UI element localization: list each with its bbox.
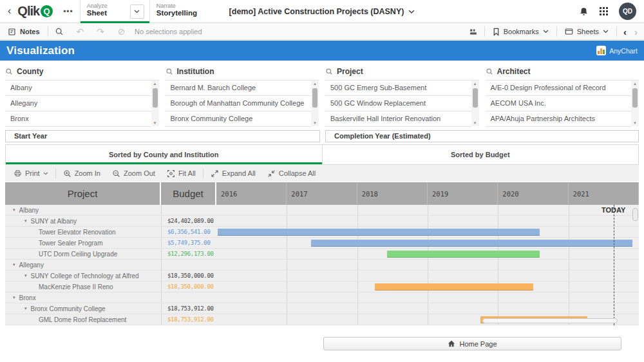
list-item[interactable]: Bronx Community College: [166, 111, 312, 127]
gantt-row[interactable]: Tower Elevator Renovation$6,356,541.00: [5, 227, 216, 238]
gantt-horizontal-scrollbar-thumb[interactable]: [482, 318, 618, 323]
collapse-all-button[interactable]: Collapse All: [261, 165, 321, 182]
qlik-logo[interactable]: Qlik Q: [17, 4, 53, 19]
listbox-scrollbar[interactable]: ▲▼: [631, 81, 639, 126]
collapse-triangle-icon[interactable]: ▾: [13, 207, 15, 213]
nav-tab-narrate-storytelling[interactable]: Narrate Storytelling: [149, 0, 219, 23]
scroll-up-icon[interactable]: ▲: [631, 82, 639, 86]
start-year-field[interactable]: Start Year: [5, 130, 320, 142]
timeline-row[interactable]: [216, 303, 639, 314]
listbox-scrollbar[interactable]: ▲▼: [471, 81, 479, 126]
list-item[interactable]: Albany: [5, 81, 151, 96]
year-header-2017[interactable]: 2017: [287, 182, 357, 205]
list-item[interactable]: Bronx: [5, 111, 151, 127]
column-header-project[interactable]: Project: [5, 182, 161, 205]
year-header-2016[interactable]: 2016: [216, 182, 287, 205]
gantt-bar[interactable]: [375, 283, 533, 291]
scroll-down-icon[interactable]: ▼: [311, 121, 319, 125]
filter-header-project[interactable]: Project: [325, 63, 479, 80]
year-header-2019[interactable]: 2019: [428, 182, 498, 205]
list-item[interactable]: 500 GC Emerg Sub-Basement: [325, 81, 471, 96]
list-item[interactable]: 500 GC Window Replacement: [325, 96, 471, 111]
gantt-row[interactable]: UTC Dorm Ceiling Upgrade$12,296,173.00: [5, 249, 216, 260]
scroll-down-icon[interactable]: ▼: [631, 121, 639, 125]
gantt-row[interactable]: ▾Bronx Community College$18,753,912.00: [5, 303, 216, 314]
completion-year-field[interactable]: Completion Year (Estimated): [325, 130, 639, 142]
previous-sheet-chevron[interactable]: ‹: [617, 26, 633, 37]
next-sheet-chevron[interactable]: ›: [633, 26, 644, 37]
clear-selections-icon[interactable]: [111, 28, 132, 36]
list-item[interactable]: Borough of Manhattan Community College: [166, 96, 312, 111]
gantt-row[interactable]: ▾Albany: [5, 205, 216, 216]
scrollbar-thumb[interactable]: [312, 88, 317, 108]
fit-all-button[interactable]: Fit All: [161, 165, 202, 182]
notifications-bell-icon[interactable]: [579, 6, 589, 17]
listbox-scrollbar[interactable]: ▲▼: [151, 81, 159, 126]
collapse-triangle-icon[interactable]: ▾: [13, 295, 15, 300]
gantt-row[interactable]: ▾Bronx: [5, 292, 216, 303]
list-item[interactable]: Bernard M. Baruch College: [166, 81, 312, 96]
year-header-2018[interactable]: 2018: [357, 182, 428, 205]
column-header-budget[interactable]: Budget: [161, 182, 216, 205]
timeline-row[interactable]: [216, 271, 639, 281]
home-page-button[interactable]: Home Page: [323, 337, 621, 350]
redo-selection-icon[interactable]: ↷: [90, 26, 111, 37]
bookmarks-button[interactable]: Bookmarks: [485, 28, 556, 36]
scroll-up-icon[interactable]: ▲: [151, 82, 159, 86]
filter-header-institution[interactable]: Institution: [166, 63, 319, 80]
gantt-row[interactable]: ▾SUNY at Albany$24,402,089.00: [5, 216, 216, 227]
notes-button[interactable]: Notes: [0, 24, 48, 39]
tab-sorted-by-budget[interactable]: Sorted by Budget: [323, 145, 639, 164]
sheet-dropdown-button[interactable]: [130, 5, 144, 19]
timeline-row[interactable]: [216, 205, 639, 216]
list-item[interactable]: AECOM USA Inc.: [486, 96, 632, 111]
sheets-button[interactable]: Sheets: [557, 28, 616, 35]
back-chevron-icon[interactable]: ‹: [8, 5, 16, 18]
scrollbar-thumb[interactable]: [473, 88, 478, 108]
timeline-row[interactable]: [216, 249, 639, 260]
smart-search-icon[interactable]: [48, 27, 70, 36]
app-title-chevron-down-icon[interactable]: [408, 10, 415, 14]
list-item[interactable]: Baskerville Hall Interior Renovation: [325, 111, 471, 127]
timeline-row[interactable]: [216, 227, 639, 238]
gantt-bar[interactable]: [311, 240, 633, 247]
nav-tab-analyze-sheet[interactable]: Analyze Sheet: [80, 0, 149, 23]
more-menu-icon[interactable]: •••: [57, 7, 80, 16]
timeline-row[interactable]: [216, 260, 639, 271]
print-button[interactable]: Print: [8, 165, 54, 182]
app-launcher-grid-icon[interactable]: [599, 6, 609, 16]
zoom-out-button[interactable]: Zoom Out: [106, 165, 161, 182]
scroll-up-icon[interactable]: ▲: [471, 82, 479, 86]
gantt-bar[interactable]: [218, 229, 540, 236]
scrollbar-thumb[interactable]: [153, 88, 158, 108]
timeline-row[interactable]: [216, 238, 639, 249]
tab-sorted-by-county[interactable]: Sorted by County and Institution: [6, 145, 323, 164]
filter-header-architect[interactable]: Architect: [486, 63, 639, 80]
gantt-row[interactable]: Tower Sealer Program$5,749,375.00: [5, 238, 216, 249]
timeline-row[interactable]: [216, 292, 639, 303]
timeline-row[interactable]: [216, 281, 639, 292]
timeline-row[interactable]: [216, 216, 639, 227]
gantt-row[interactable]: MacKenzie Phase II Reno$18,350,000.00: [5, 281, 216, 292]
list-item[interactable]: A/E-0 Design Professional of Record: [486, 81, 632, 96]
listbox-scrollbar[interactable]: ▲▼: [311, 81, 319, 126]
collapse-triangle-icon[interactable]: ▾: [13, 262, 15, 267]
gantt-row[interactable]: ▾SUNY College of Technology at Alfred$18…: [5, 271, 216, 281]
zoom-in-button[interactable]: Zoom In: [57, 165, 106, 182]
collapse-triangle-icon[interactable]: ▾: [24, 218, 27, 224]
gantt-row[interactable]: GML Dome Roof Replacement$18,753,912.00: [5, 314, 216, 325]
gantt-row[interactable]: ▾Allegany: [5, 260, 216, 271]
scroll-down-icon[interactable]: ▼: [151, 121, 159, 125]
undo-selection-icon[interactable]: ↶: [70, 26, 91, 37]
scroll-down-icon[interactable]: ▼: [471, 121, 479, 125]
anychart-credit[interactable]: AnyChart: [596, 46, 638, 55]
list-item[interactable]: Allegany: [5, 96, 151, 111]
scrollbar-thumb[interactable]: [632, 88, 638, 108]
gantt-vertical-scrollbar-thumb[interactable]: [632, 208, 638, 221]
gantt-bar[interactable]: [387, 251, 540, 258]
scroll-up-icon[interactable]: ▲: [311, 82, 319, 86]
year-header-2020[interactable]: 2020: [498, 182, 568, 205]
sheet-layout-grid-icon[interactable]: [462, 28, 484, 36]
list-item[interactable]: APA/Ahuja Partnership Architects: [486, 111, 632, 127]
expand-all-button[interactable]: Expand All: [205, 165, 261, 182]
